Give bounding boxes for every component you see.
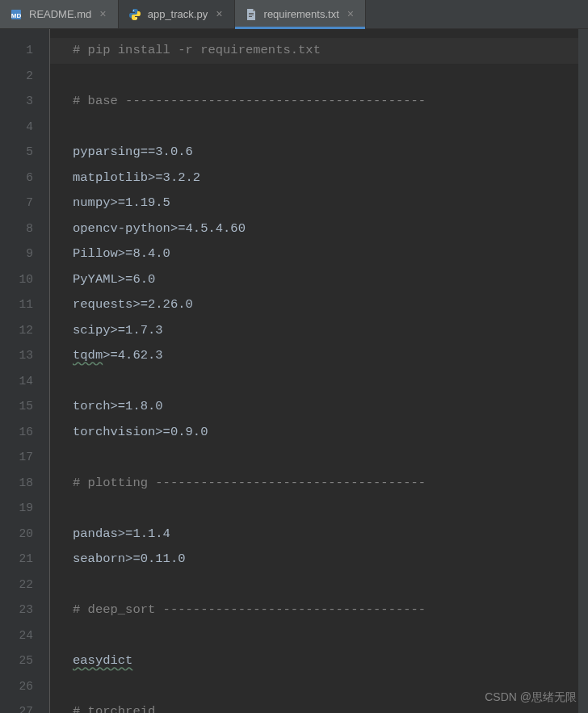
line-number: 3 xyxy=(0,89,49,115)
close-icon[interactable]: × xyxy=(98,8,107,21)
code-line[interactable]: easydict xyxy=(73,648,588,674)
line-number: 5 xyxy=(0,140,49,166)
line-number: 15 xyxy=(0,394,49,420)
code-line[interactable] xyxy=(73,623,588,649)
line-number: 6 xyxy=(0,166,49,191)
line-number: 22 xyxy=(0,572,49,598)
line-number: 2 xyxy=(0,64,49,90)
text-file-icon xyxy=(245,8,258,21)
code-line[interactable]: # plotting -----------------------------… xyxy=(73,471,588,497)
code-line[interactable]: tqdm>=4.62.3 xyxy=(73,343,588,369)
code-line[interactable]: opencv-python>=4.5.4.60 xyxy=(73,216,588,242)
code-line[interactable]: numpy>=1.19.5 xyxy=(73,191,588,216)
line-number: 20 xyxy=(0,522,49,547)
line-number: 16 xyxy=(0,420,49,446)
code-line[interactable] xyxy=(73,572,588,598)
line-number: 11 xyxy=(0,292,49,318)
gutter: 1234567891011121314151617181920212223242… xyxy=(0,29,50,713)
close-icon[interactable]: × xyxy=(214,8,224,21)
tab-app-track[interactable]: app_track.py × xyxy=(119,0,235,28)
code-line[interactable]: torchvision>=0.9.0 xyxy=(73,420,588,446)
line-number: 13 xyxy=(0,343,49,369)
line-number: 8 xyxy=(0,216,49,242)
code-line[interactable]: requests>=2.26.0 xyxy=(73,292,588,318)
code-line[interactable] xyxy=(73,369,588,395)
tab-label: requirements.txt xyxy=(264,8,339,20)
python-file-icon xyxy=(128,8,141,21)
code-area[interactable]: # pip install -r requirements.txt # base… xyxy=(50,29,588,713)
tabs-bar: MD README.md × app_track.py × requiremen… xyxy=(0,0,588,29)
line-number: 19 xyxy=(0,496,49,522)
tab-readme[interactable]: MD README.md × xyxy=(0,0,119,28)
code-line[interactable]: seaborn>=0.11.0 xyxy=(73,547,588,572)
tab-label: app_track.py xyxy=(148,8,208,20)
line-number: 17 xyxy=(0,445,49,471)
svg-rect-4 xyxy=(249,13,254,14)
code-line[interactable]: Pillow>=8.4.0 xyxy=(73,241,588,267)
code-line[interactable]: # base ---------------------------------… xyxy=(73,89,588,115)
line-number: 10 xyxy=(0,267,49,293)
tab-label: README.md xyxy=(29,8,91,20)
tab-requirements[interactable]: requirements.txt × xyxy=(235,0,367,28)
svg-text:MD: MD xyxy=(11,12,22,19)
code-line[interactable]: pyparsing==3.0.6 xyxy=(73,140,588,166)
line-number: 14 xyxy=(0,369,49,395)
line-number: 26 xyxy=(0,674,49,700)
line-number: 21 xyxy=(0,547,49,572)
code-line[interactable] xyxy=(73,445,588,471)
line-number: 23 xyxy=(0,598,49,623)
code-line[interactable]: torch>=1.8.0 xyxy=(73,394,588,420)
scrollbar-vertical[interactable] xyxy=(578,29,588,713)
svg-rect-6 xyxy=(249,16,252,17)
code-line[interactable] xyxy=(73,496,588,522)
code-line[interactable]: scipy>=1.7.3 xyxy=(73,318,588,344)
line-number: 25 xyxy=(0,648,49,674)
editor-area: 1234567891011121314151617181920212223242… xyxy=(0,29,588,713)
line-number: 4 xyxy=(0,115,49,141)
line-number: 27 xyxy=(0,699,49,713)
code-line[interactable]: PyYAML>=6.0 xyxy=(73,267,588,293)
watermark: CSDN @思绪无限 xyxy=(485,690,577,705)
md-file-icon: MD xyxy=(10,8,23,21)
svg-rect-5 xyxy=(249,15,254,15)
code-line[interactable] xyxy=(73,115,588,141)
svg-point-2 xyxy=(133,10,134,10)
line-number: 9 xyxy=(0,241,49,267)
code-line[interactable]: pandas>=1.1.4 xyxy=(73,522,588,547)
line-number: 12 xyxy=(0,318,49,344)
code-line[interactable]: matplotlib>=3.2.2 xyxy=(73,166,588,191)
close-icon[interactable]: × xyxy=(346,8,355,21)
line-number: 1 xyxy=(0,38,49,64)
code-line[interactable] xyxy=(73,64,588,90)
svg-point-3 xyxy=(136,18,136,19)
code-line[interactable]: # deep_sort ----------------------------… xyxy=(73,598,588,623)
code-line[interactable]: # pip install -r requirements.txt xyxy=(50,38,588,64)
line-number: 24 xyxy=(0,623,49,649)
line-number: 18 xyxy=(0,471,49,497)
line-number: 7 xyxy=(0,191,49,216)
